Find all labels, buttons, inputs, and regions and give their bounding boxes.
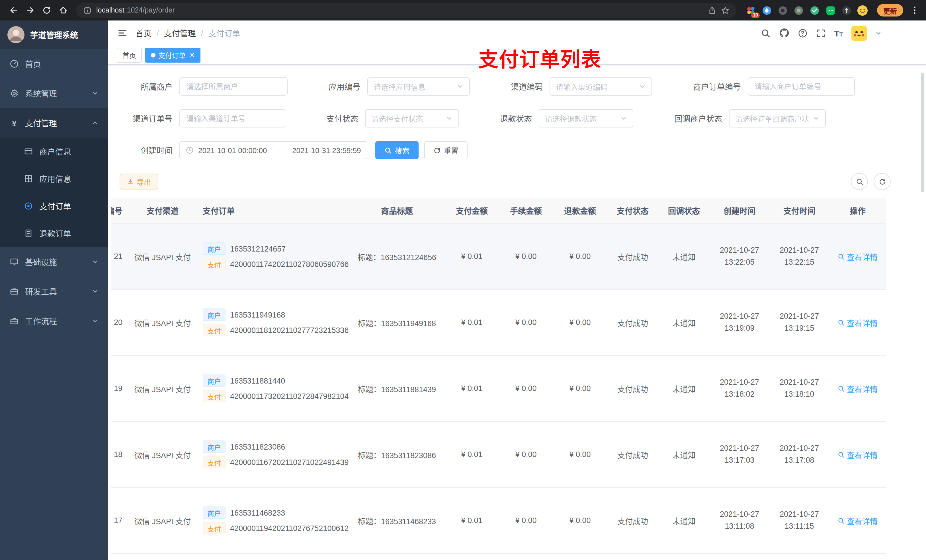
sidebar-item-dev-tools[interactable]: 研发工具 — [0, 276, 108, 306]
title-prefix: 标题： — [358, 517, 381, 525]
sidebar-item-app-info[interactable]: 应用信息 — [0, 165, 108, 192]
view-detail-link[interactable]: 查看详情 — [838, 449, 878, 460]
title-value: 1635312124656 — [381, 253, 436, 261]
fullscreen-icon[interactable] — [816, 28, 826, 38]
merchant-order-no-input[interactable] — [748, 77, 855, 96]
breadcrumb: 首页 / 支付管理 / 支付订单 — [136, 27, 240, 39]
bookmark-star-icon[interactable] — [721, 6, 729, 15]
extension-dark-icon[interactable] — [777, 5, 788, 16]
cell-pay-time: 2021-10-2713:19:15 — [769, 290, 829, 355]
sidebar-item-refund-order[interactable]: 退款订单 — [0, 220, 108, 247]
sidebar-item-payment[interactable]: ¥ 支付管理 — [0, 108, 108, 138]
extension-blue-icon[interactable] — [761, 5, 772, 16]
grid-icon — [24, 174, 33, 183]
extension-olive-icon[interactable] — [793, 5, 804, 16]
close-icon[interactable] — [190, 52, 195, 57]
sidebar-item-infrastructure[interactable]: 基础设施 — [0, 247, 108, 276]
merchant-order-no: 1635311823086 — [230, 442, 285, 451]
extension-colorful-icon[interactable]: 10 — [746, 5, 756, 16]
home-button[interactable] — [55, 3, 71, 18]
toggle-search-button[interactable] — [851, 173, 868, 190]
browser-update-button[interactable]: 更新 — [877, 4, 903, 17]
merchant-input[interactable] — [179, 77, 287, 96]
search-icon[interactable] — [761, 28, 770, 38]
cell-channel: 微信 JSAPI 支付 — [127, 421, 198, 488]
breadcrumb-separator: / — [201, 29, 203, 38]
sidebar-item-system[interactable]: 系统管理 — [0, 78, 108, 108]
table-row[interactable]: 18 微信 JSAPI 支付 商户1635311823086 支付4200001… — [111, 421, 886, 488]
sidebar-item-pay-order[interactable]: 支付订单 — [0, 192, 108, 220]
back-button[interactable] — [6, 3, 21, 18]
cell-amount: ¥ 0.01 — [445, 223, 499, 290]
table-row[interactable]: 21 微信 JSAPI 支付 商户1635312124657 支付4200001… — [111, 223, 886, 290]
chevron-down-icon — [639, 83, 646, 90]
channel-order-no-input[interactable] — [179, 109, 285, 127]
table-row[interactable]: 17 微信 JSAPI 支付 商户1635311468233 支付4200001… — [111, 488, 886, 554]
browser-menu-icon[interactable] — [909, 6, 920, 15]
reload-button[interactable] — [39, 3, 54, 18]
merchant-tag: 商户 — [203, 507, 225, 519]
forward-button[interactable] — [22, 3, 38, 18]
breadcrumb-home[interactable]: 首页 — [136, 27, 151, 39]
table-row[interactable]: 20 微信 JSAPI 支付 商户1635311949168 支付4200001… — [111, 290, 886, 355]
reset-button[interactable]: 重置 — [424, 141, 468, 159]
cell-status: 支付成功 — [607, 421, 658, 488]
page-scrollbar[interactable] — [921, 73, 924, 192]
tab-pay-order[interactable]: 支付订单 — [145, 48, 200, 62]
user-caret-icon[interactable] — [875, 30, 882, 36]
search-button[interactable]: 搜索 — [375, 141, 419, 159]
sidebar-item-home[interactable]: 首页 — [0, 49, 108, 78]
yen-icon: ¥ — [10, 119, 19, 127]
chat-extension-icon[interactable] — [825, 5, 836, 16]
user-avatar[interactable] — [851, 25, 867, 41]
merchant-order-no: 1635311949168 — [230, 311, 285, 319]
merchant-tag: 商户 — [203, 441, 225, 453]
url-path: :1024/pay/order — [125, 6, 175, 14]
channel-code-select[interactable]: 请输入渠道编码 — [549, 77, 652, 96]
screen: localhost:1024/pay/order 10 更新 — [0, 0, 926, 560]
cell-title — [349, 554, 445, 560]
cell-pay-time — [769, 554, 829, 560]
sidebar-item-workflow[interactable]: 工作流程 — [0, 306, 108, 336]
cell-title: 标题：1635312124656 — [349, 223, 445, 290]
help-icon[interactable] — [797, 28, 807, 38]
table-row[interactable]: 商户1635311357963 — [111, 554, 886, 560]
app-no-select[interactable]: 请选择应用信息 — [367, 77, 470, 96]
address-bar[interactable]: localhost:1024/pay/order — [76, 3, 736, 18]
col-id: 编号 — [111, 198, 127, 223]
app-logo[interactable]: 芋道管理系统 — [0, 21, 108, 49]
pay-status-select[interactable]: 请选择支付状态 — [365, 109, 459, 127]
table-row[interactable]: 19 微信 JSAPI 支付 商户1635311881440 支付4200001… — [111, 355, 886, 421]
pin-extension-icon[interactable] — [841, 5, 852, 16]
merchant-order-no: 1635311881440 — [230, 376, 285, 385]
profile-avatar-icon[interactable] — [857, 5, 868, 16]
view-detail-link[interactable]: 查看详情 — [838, 251, 878, 262]
filter-channel-code: 渠道编码 请输入渠道编码 — [497, 77, 652, 96]
cell-fee — [499, 554, 553, 560]
breadcrumb-payment[interactable]: 支付管理 — [164, 27, 196, 39]
github-icon[interactable] — [779, 28, 789, 38]
callback-status-select[interactable]: 请选择订单回调商户状态 — [729, 109, 826, 127]
cell-pay-time: 2021-10-2713:18:10 — [769, 355, 829, 421]
refresh-button[interactable] — [874, 173, 891, 190]
export-button-label: 导出 — [137, 176, 151, 187]
sidebar-item-label: 工作流程 — [25, 315, 57, 327]
refund-status-select[interactable]: 请选择退款状态 — [539, 109, 633, 127]
view-detail-link[interactable]: 查看详情 — [838, 317, 878, 328]
app-title: 芋道管理系统 — [30, 29, 78, 41]
vue-devtools-icon[interactable] — [809, 5, 820, 16]
view-detail-link[interactable]: 查看详情 — [838, 383, 878, 394]
url-host: localhost — [96, 6, 124, 14]
table-header-row: 编号 支付渠道 支付订单 商品标题 支付金额 手续金额 退款金额 支付状态 回调… — [111, 198, 886, 223]
site-info-icon[interactable] — [83, 6, 92, 15]
share-icon[interactable] — [708, 6, 716, 15]
export-button[interactable]: 导出 — [120, 174, 158, 190]
date-range-picker[interactable]: 2021-10-01 00:00:00 - 2021-10-31 23:59:5… — [179, 141, 367, 159]
hamburger-icon[interactable] — [117, 28, 127, 38]
font-size-icon[interactable]: TT — [834, 28, 843, 38]
view-detail-link[interactable]: 查看详情 — [838, 515, 878, 526]
tab-home[interactable]: 首页 — [117, 48, 142, 62]
sidebar-item-merchant-info[interactable]: 商户信息 — [0, 138, 108, 165]
search-button-label: 搜索 — [395, 145, 410, 155]
filter-pay-status: 支付状态 请选择支付状态 — [313, 109, 459, 127]
